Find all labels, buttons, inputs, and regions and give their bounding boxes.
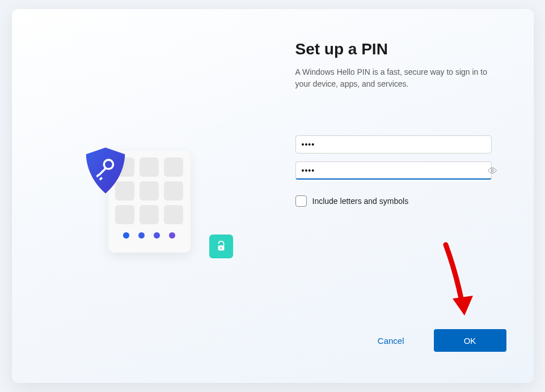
keypad-key	[164, 157, 183, 177]
include-letters-label: Include letters and symbols	[312, 197, 409, 206]
dialog-button-row: Cancel OK	[371, 329, 506, 352]
dialog-title: Set up a PIN	[295, 40, 502, 58]
confirm-pin-field-group	[295, 161, 502, 180]
form-pane: Set up a PIN A Windows Hello PIN is a fa…	[295, 9, 534, 383]
svg-point-5	[220, 247, 222, 249]
keypad-key	[164, 181, 183, 201]
svg-point-6	[491, 169, 493, 172]
illustration-pane	[12, 9, 295, 383]
keypad-key	[140, 157, 159, 177]
confirm-pin-input[interactable]	[295, 161, 492, 180]
pin-dot	[138, 232, 145, 238]
dialog-subtitle: A Windows Hello PIN is a fast, secure wa…	[295, 66, 502, 90]
keypad-key	[140, 181, 159, 201]
include-letters-checkbox[interactable]	[295, 195, 307, 207]
unlock-icon	[209, 235, 233, 258]
keypad-key	[164, 205, 183, 224]
cancel-button[interactable]: Cancel	[371, 331, 411, 350]
pin-illustration	[80, 139, 227, 253]
pin-field-group	[295, 135, 502, 154]
shield-key-icon	[80, 145, 131, 196]
keypad-key	[115, 205, 134, 224]
pin-dot	[169, 232, 175, 238]
ok-button[interactable]: OK	[434, 329, 506, 352]
pin-input[interactable]	[295, 135, 492, 154]
reveal-password-icon[interactable]	[488, 166, 497, 175]
pin-dot	[123, 232, 129, 238]
pin-dots-row	[115, 232, 184, 238]
include-letters-row: Include letters and symbols	[295, 195, 502, 207]
pin-dot	[154, 232, 160, 238]
keypad-key	[140, 205, 159, 224]
pin-setup-dialog: Set up a PIN A Windows Hello PIN is a fa…	[12, 9, 534, 383]
